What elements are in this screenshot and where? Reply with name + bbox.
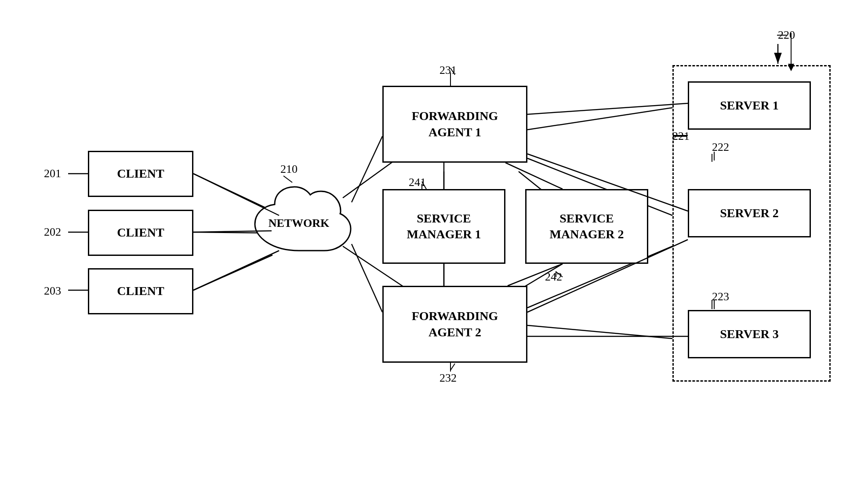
client1-box: CLIENT bbox=[88, 151, 193, 197]
ref-232: 232 bbox=[439, 372, 457, 385]
ref-201: 201 bbox=[44, 167, 61, 180]
client3-label: CLIENT bbox=[117, 283, 164, 299]
server2-box: SERVER 2 bbox=[688, 189, 811, 237]
network-cloud: NETWORK bbox=[246, 180, 352, 268]
server3-label: SERVER 3 bbox=[720, 326, 779, 342]
forwarding-agent2-label: FORWARDINGAGENT 2 bbox=[412, 308, 498, 340]
svg-line-49 bbox=[450, 364, 455, 370]
service-manager2-label: SERVICEMANAGER 2 bbox=[550, 211, 624, 243]
server2-label: SERVER 2 bbox=[720, 205, 779, 221]
ref-210: 210 bbox=[280, 163, 298, 176]
ref-241: 241 bbox=[409, 176, 426, 189]
forwarding-agent1-label: FORWARDINGAGENT 1 bbox=[412, 108, 498, 140]
svg-line-12 bbox=[527, 325, 672, 339]
ref-242: 242 bbox=[545, 270, 562, 284]
svg-line-44 bbox=[527, 103, 688, 114]
server3-box: SERVER 3 bbox=[688, 310, 811, 358]
ref-222: 222 bbox=[712, 141, 729, 154]
client3-box: CLIENT bbox=[88, 268, 193, 314]
svg-line-39 bbox=[352, 244, 382, 312]
client1-label: CLIENT bbox=[117, 166, 164, 182]
svg-line-41 bbox=[505, 163, 563, 189]
diagram-container: CLIENT CLIENT CLIENT 201 202 203 NETWORK… bbox=[0, 0, 868, 481]
ref-231: 231 bbox=[439, 64, 457, 77]
ref-221: 221 bbox=[672, 130, 690, 143]
network-cloud-svg: NETWORK bbox=[246, 180, 352, 268]
ref-202: 202 bbox=[44, 226, 61, 239]
svg-text:NETWORK: NETWORK bbox=[269, 217, 330, 230]
client2-label: CLIENT bbox=[117, 225, 164, 240]
forwarding-agent1-box: FORWARDINGAGENT 1 bbox=[382, 86, 527, 163]
ref-220: 220 bbox=[778, 29, 795, 42]
ref-203: 203 bbox=[44, 284, 61, 298]
server1-box: SERVER 1 bbox=[688, 81, 811, 130]
server1-label: SERVER 1 bbox=[720, 98, 779, 113]
service-manager2-box: SERVICEMANAGER 2 bbox=[525, 189, 648, 264]
service-manager1-box: SERVICEMANAGER 1 bbox=[382, 189, 505, 264]
client2-box: CLIENT bbox=[88, 210, 193, 256]
ref-223: 223 bbox=[712, 290, 729, 303]
service-manager1-label: SERVICEMANAGER 1 bbox=[407, 211, 481, 243]
forwarding-agent2-box: FORWARDINGAGENT 2 bbox=[382, 286, 527, 363]
svg-line-38 bbox=[352, 136, 382, 202]
svg-line-9 bbox=[527, 108, 672, 130]
